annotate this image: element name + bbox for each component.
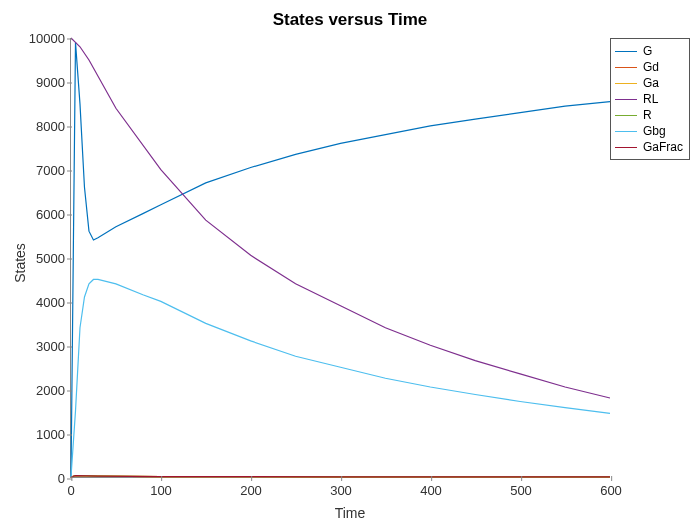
- legend-item-Gd: Gd: [615, 59, 683, 75]
- x-tick: 500: [510, 477, 532, 498]
- y-tick: 4000: [36, 295, 71, 310]
- legend-swatch: [615, 83, 637, 84]
- y-tick: 8000: [36, 119, 71, 134]
- legend-swatch: [615, 131, 637, 132]
- x-tick: 100: [150, 477, 172, 498]
- legend: GGdGaRLRGbgGaFrac: [610, 38, 690, 160]
- y-tick: 5000: [36, 251, 71, 266]
- legend-swatch: [615, 51, 637, 52]
- y-tick: 9000: [36, 75, 71, 90]
- legend-label: RL: [643, 92, 658, 106]
- legend-swatch: [615, 147, 637, 148]
- legend-swatch: [615, 115, 637, 116]
- plot-area: 0100020003000400050006000700080009000100…: [70, 38, 610, 478]
- x-tick: 300: [330, 477, 352, 498]
- legend-item-GaFrac: GaFrac: [615, 139, 683, 155]
- legend-swatch: [615, 67, 637, 68]
- legend-item-RL: RL: [615, 91, 683, 107]
- y-tick: 6000: [36, 207, 71, 222]
- x-tick: 200: [240, 477, 262, 498]
- legend-swatch: [615, 99, 637, 100]
- legend-label: Gd: [643, 60, 659, 74]
- legend-label: R: [643, 108, 652, 122]
- legend-item-R: R: [615, 107, 683, 123]
- chart-title: States versus Time: [0, 10, 700, 30]
- x-tick: 400: [420, 477, 442, 498]
- y-tick: 10000: [29, 31, 71, 46]
- legend-item-Gbg: Gbg: [615, 123, 683, 139]
- series-RL: [71, 38, 610, 398]
- legend-item-G: G: [615, 43, 683, 59]
- legend-label: Gbg: [643, 124, 666, 138]
- y-axis-label: States: [12, 243, 28, 283]
- legend-label: G: [643, 44, 652, 58]
- y-tick: 7000: [36, 163, 71, 178]
- series-Gbg: [71, 279, 610, 477]
- legend-item-Ga: Ga: [615, 75, 683, 91]
- x-tick: 0: [67, 477, 74, 498]
- legend-label: Ga: [643, 76, 659, 90]
- y-tick: 2000: [36, 383, 71, 398]
- y-tick: 1000: [36, 427, 71, 442]
- series-layer: [71, 38, 610, 477]
- x-axis-label: Time: [0, 505, 700, 521]
- y-tick: 3000: [36, 339, 71, 354]
- series-G: [71, 42, 610, 477]
- legend-label: GaFrac: [643, 140, 683, 154]
- x-tick: 600: [600, 477, 622, 498]
